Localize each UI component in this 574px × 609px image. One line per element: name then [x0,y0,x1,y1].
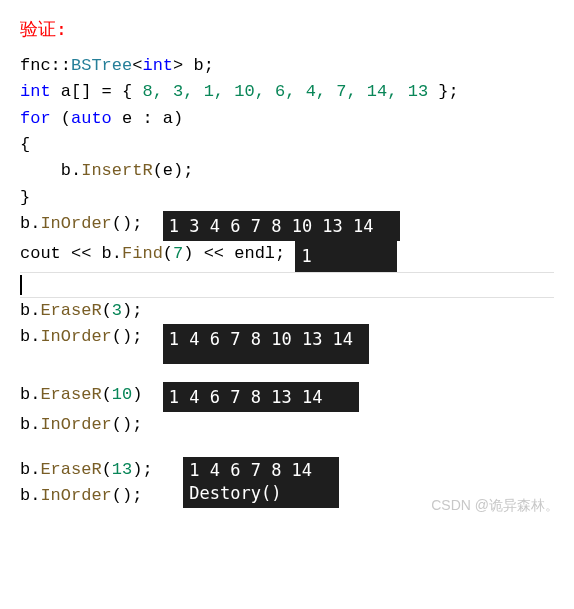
code-text: }; [428,82,459,101]
code-text: b. [20,415,40,434]
code-text: b. [20,301,40,320]
code-text: b. [20,460,40,479]
spacer [20,364,554,382]
number: 8, 3, 1, 10, 6, 4, 7, 14, 13 [142,82,428,101]
type-name: BSTree [71,56,132,75]
code-line: b.InsertR(e); [20,158,554,184]
function-name: InOrder [40,214,111,233]
cursor-line [20,272,554,298]
code-text: b. [20,214,40,233]
code-line: fnc::BSTree<int> b; [20,53,554,79]
code-text: b. [20,161,81,180]
code-text: fnc:: [20,56,71,75]
spacer [20,439,554,457]
console-output: 1 4 6 7 8 10 13 14 [163,324,369,364]
function-name: EraseR [40,385,101,404]
code-text: > b; [173,56,214,75]
function-name: InsertR [81,161,152,180]
function-name: Find [122,244,163,263]
console-output: 1 4 6 7 8 14 Destory() [183,457,338,509]
code-text: ( [102,301,112,320]
code-text: ); [132,460,183,479]
code-text: ( [51,109,71,128]
code-line: b.EraseR(3); [20,298,554,324]
code-text: e : a) [112,109,183,128]
watermark: CSDN @诡异森林。 [431,495,559,517]
console-output: 1 [295,241,397,271]
code-row: b.EraseR(10) 1 4 6 7 8 13 14 [20,382,554,412]
function-name: EraseR [40,460,101,479]
keyword: int [142,56,173,75]
code-text: ( [163,244,173,263]
function-name: InOrder [40,415,111,434]
function-name: EraseR [40,301,101,320]
console-output: 1 4 6 7 8 13 14 [163,382,359,412]
code-text: cout << b. [20,244,122,263]
code-text: ) << endl; [183,244,295,263]
code-line: } [20,185,554,211]
keyword: auto [71,109,112,128]
code-text: (e); [153,161,194,180]
code-text: (); [112,214,163,233]
number: 7 [173,244,183,263]
code-text: (); [112,486,143,505]
code-line: for (auto e : a) [20,106,554,132]
code-text: (); [112,415,143,434]
code-text: b. [20,486,40,505]
code-line: { [20,132,554,158]
code-text: ( [102,385,112,404]
code-row: cout << b.Find(7) << endl; 1 [20,241,554,271]
code-text: (); [112,327,163,346]
number: 3 [112,301,122,320]
code-row: b.InOrder(); 1 4 6 7 8 10 13 14 [20,324,554,364]
text-cursor [20,275,22,295]
function-name: InOrder [40,327,111,346]
code-line: int a[] = { 8, 3, 1, 10, 6, 4, 7, 14, 13… [20,79,554,105]
code-text: ) [132,385,163,404]
code-row: b.InOrder(); 1 3 4 6 7 8 10 13 14 [20,211,554,241]
code-text: < [132,56,142,75]
code-text: b. [20,385,40,404]
code-text: ); [122,301,142,320]
keyword: int [20,82,51,101]
code-line: b.InOrder(); [20,412,554,438]
keyword: for [20,109,51,128]
section-title: 验证: [20,15,554,43]
code-text: b. [20,327,40,346]
code-text: a[] = { [51,82,143,101]
code-text: ( [102,460,112,479]
console-output: 1 3 4 6 7 8 10 13 14 [163,211,400,241]
number: 13 [112,460,132,479]
number: 10 [112,385,132,404]
function-name: InOrder [40,486,111,505]
